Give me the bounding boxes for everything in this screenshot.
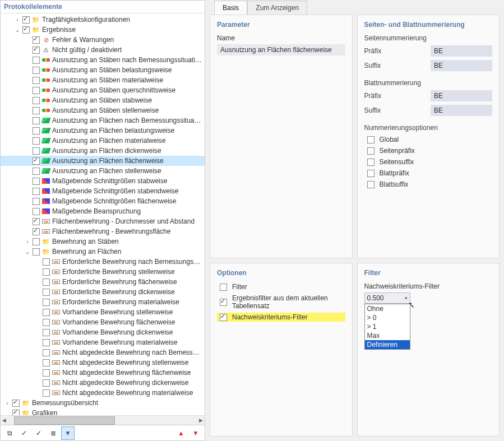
tree-row[interactable]: Ausnutzung an Flächen materialweise (1, 136, 205, 146)
sheet-suffix-input[interactable] (431, 105, 492, 116)
expand-icon[interactable]: › (24, 239, 31, 245)
tree-row[interactable]: Erforderliche Bewehrung materialweise (1, 297, 205, 307)
checkbox-criterion-filter[interactable] (220, 314, 227, 321)
tree-checkbox[interactable] (43, 289, 50, 296)
tree-row[interactable]: Maßgebende Schnittgrößen stabendweise (1, 186, 205, 196)
tree-row[interactable]: Ausnutzung an Flächen flächenweise (1, 156, 205, 166)
tree-row[interactable]: ›📁Tragfähigkeitskonfigurationen (1, 15, 205, 25)
tree-row[interactable]: 📁Grafiken (1, 408, 205, 415)
tree-checkbox[interactable] (33, 218, 40, 225)
tree-checkbox[interactable] (33, 67, 40, 74)
tree-row[interactable]: Maßgebende Schnittgrößen flächenweise (1, 196, 205, 206)
criterion-dropdown[interactable]: 0.500▾ ↖ Ohne> 0> 1MaxDefinieren (364, 293, 410, 304)
tree-row[interactable]: Nicht abgedeckte Bewehrung nach Bemessun… (1, 347, 205, 358)
tree-row[interactable]: ⌄📁Ergebnisse (1, 25, 205, 35)
tree-checkbox[interactable] (33, 137, 40, 145)
tree-checkbox[interactable] (43, 258, 50, 266)
tree-checkbox[interactable] (33, 238, 40, 245)
tree-checkbox[interactable] (33, 127, 40, 134)
tab-basis[interactable]: Basis (214, 1, 247, 15)
dropdown-item[interactable]: Ohne (365, 304, 410, 313)
tree-checkbox[interactable] (43, 339, 50, 346)
tree-checkbox[interactable] (33, 97, 40, 104)
tree-checkbox[interactable] (43, 359, 50, 366)
checkbox-blattpräfix[interactable] (367, 170, 374, 177)
checkbox-seitensuffix[interactable] (367, 159, 374, 166)
tree-row[interactable]: Nicht abgedeckte Bewehrung materialweise (1, 388, 205, 398)
expand-icon[interactable]: › (4, 400, 11, 406)
tree-checkbox[interactable] (43, 319, 50, 326)
tree-checkbox[interactable] (33, 47, 40, 54)
tree-row[interactable]: Ausnutzung an Flächen dickenweise (1, 146, 205, 156)
expand-icon[interactable]: ⌄ (24, 249, 31, 255)
move-up-icon[interactable]: ▲ (174, 426, 188, 440)
tree-checkbox[interactable] (43, 329, 50, 336)
tree-checkbox[interactable] (33, 117, 40, 124)
tree-row[interactable]: Ausnutzung an Stäben materialweise (1, 75, 205, 85)
move-down-icon[interactable]: ▼ (189, 426, 202, 440)
tree-row[interactable]: Ausnutzung an Flächen belastungsweise (1, 126, 205, 136)
tree-row[interactable]: Ausnutzung an Stäben stabweise (1, 95, 205, 105)
tree-row[interactable]: Flächenbewehrung - Bewehrungsfläche (1, 226, 205, 236)
tree-row[interactable]: Erforderliche Bewehrung flächenweise (1, 277, 205, 287)
toolbar-check-icon[interactable]: ✓ (17, 426, 31, 440)
tree-checkbox[interactable] (33, 178, 40, 185)
tree-row[interactable]: Erforderliche Bewehrung stellenweise (1, 267, 205, 277)
dropdown-item[interactable]: > 1 (365, 322, 410, 331)
tree-checkbox[interactable] (12, 400, 20, 407)
tree-row[interactable]: Ausnutzung an Stäben belastungsweise (1, 65, 205, 75)
tree-row[interactable]: ⊘Fehler & Warnungen (1, 35, 205, 45)
tree-checkbox[interactable] (33, 87, 40, 94)
tree-checkbox[interactable] (43, 299, 50, 306)
tree-checkbox[interactable] (33, 147, 40, 155)
tree-checkbox[interactable] (43, 278, 50, 286)
dropdown-item[interactable]: Definieren (365, 340, 410, 349)
dropdown-item[interactable]: > 0 (365, 313, 410, 322)
tree-checkbox[interactable] (33, 168, 40, 175)
tree-row[interactable]: Nicht abgedeckte Bewehrung dickenweise (1, 378, 205, 388)
tree-row[interactable]: ›📁Bemessungsübersicht (1, 398, 205, 408)
tree-checkbox[interactable] (33, 107, 40, 114)
tree-row[interactable]: Vorhandene Bewehrung stellenweise (1, 307, 205, 317)
checkbox-seitenpräfix[interactable] (367, 147, 374, 155)
tree-checkbox[interactable] (33, 248, 40, 256)
horizontal-scrollbar[interactable]: ◀ ▶ (1, 415, 205, 425)
tree-checkbox[interactable] (22, 16, 30, 24)
tree-checkbox[interactable] (33, 157, 40, 165)
tree-row[interactable]: Ausnutzung an Flächen stellenweise (1, 166, 205, 176)
tree-checkbox[interactable] (33, 188, 40, 195)
tree-row[interactable]: ⚠Nicht gültig / deaktiviert (1, 45, 205, 55)
tree-row[interactable]: ›📁Bewehrung an Stäben (1, 236, 205, 247)
page-prefix-input[interactable] (431, 45, 492, 57)
sheet-prefix-input[interactable] (431, 90, 492, 101)
page-suffix-input[interactable] (431, 60, 492, 71)
tree-row[interactable]: Ausnutzung an Flächen nach Bemessungssit… (1, 115, 205, 126)
tree-row[interactable]: Vorhandene Bewehrung dickenweise (1, 327, 205, 337)
tree-row[interactable]: Nicht abgedeckte Bewehrung flächenweise (1, 368, 205, 378)
tree-checkbox[interactable] (22, 26, 30, 34)
tree-checkbox[interactable] (33, 36, 40, 44)
tree-checkbox[interactable] (33, 198, 40, 205)
tree-row[interactable]: Ausnutzung an Stäben nach Bemessungssitu… (1, 55, 205, 65)
tree-row[interactable]: Flächenbewehrung - Durchmesser und Absta… (1, 216, 205, 226)
dropdown-item[interactable]: Max (365, 331, 410, 340)
tree-row[interactable]: ⌄📁Bewehrung an Flächen (1, 247, 205, 257)
checkbox-resultfilter[interactable] (220, 299, 227, 306)
tree-row[interactable]: Nicht abgedeckte Bewehrung stellenweise (1, 358, 205, 368)
tree-checkbox[interactable] (33, 208, 40, 215)
tree-checkbox[interactable] (12, 410, 20, 416)
tree-row[interactable]: Maßgebende Beanspruchung (1, 206, 205, 216)
dropdown-list[interactable]: Ohne> 0> 1MaxDefinieren (364, 304, 410, 350)
tree-checkbox[interactable] (43, 268, 50, 276)
tab-anzeigen[interactable]: Zum Anzeigen (247, 1, 307, 15)
tree-checkbox[interactable] (33, 57, 40, 64)
tree-row[interactable]: Erforderliche Bewehrung dickenweise (1, 287, 205, 297)
expand-icon[interactable]: ⌄ (14, 27, 21, 33)
checkbox-global[interactable] (367, 136, 374, 143)
expand-icon[interactable]: › (14, 17, 21, 23)
tree-checkbox[interactable] (43, 379, 50, 387)
tree-checkbox[interactable] (43, 349, 50, 356)
tree-row[interactable]: Ausnutzung an Stäben stellenweise (1, 105, 205, 115)
tree-row[interactable]: Vorhandene Bewehrung flächenweise (1, 317, 205, 327)
tree-checkbox[interactable] (43, 309, 50, 316)
